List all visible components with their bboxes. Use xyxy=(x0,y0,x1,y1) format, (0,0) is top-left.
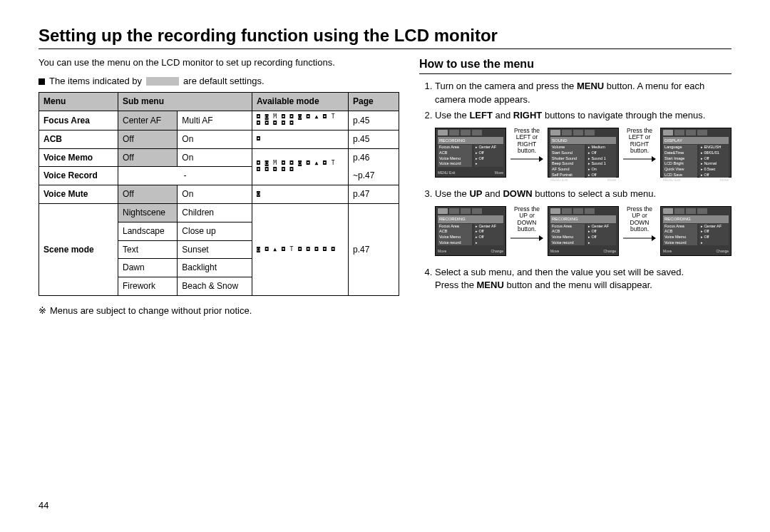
row-vrec-menu: Voice Record xyxy=(39,167,118,185)
scene-r4a: Dawn xyxy=(118,259,178,277)
step-3: Use the UP and DOWN buttons to select a … xyxy=(435,188,732,256)
caption-lr-text-2: Press the LEFT or RIGHT button. xyxy=(627,127,652,154)
right-column: How to use the menu Turn on the camera a… xyxy=(419,56,732,317)
s2a: Use the xyxy=(435,110,469,121)
row-vmute-mode: ◙ xyxy=(252,185,349,204)
row-vmute-sub2: On xyxy=(178,185,252,204)
svg-marker-1 xyxy=(539,156,543,162)
row-vmemo-page: p.46 xyxy=(349,148,399,167)
row-scene-page: p.47 xyxy=(349,203,399,295)
caption-ud-text-1: Press the UP or DOWN button. xyxy=(514,205,540,232)
row-acb-page: p.45 xyxy=(349,130,399,148)
s3b: UP xyxy=(469,188,482,199)
s1b: MENU xyxy=(577,81,604,91)
scene-r2b: Close up xyxy=(178,222,252,240)
mini-sound: SOUNDVolumeMediumStart SoundOffShutter S… xyxy=(548,128,619,178)
row-vmute-menu: Voice Mute xyxy=(39,185,118,204)
mini-rec2b: RECORDINGFocus AreaCenter AFACBOffVoice … xyxy=(548,206,619,256)
arrow-right-icon xyxy=(623,235,656,243)
th-sub: Sub menu xyxy=(118,93,252,111)
s4b: Press the xyxy=(435,280,477,290)
th-menu: Menu xyxy=(39,93,118,111)
row-vmemo-menu: Voice Memo xyxy=(39,148,118,167)
s2e: buttons to navigate through the menus. xyxy=(542,110,705,121)
arrow-right-icon xyxy=(510,235,543,243)
s1a: Turn on the camera and press the xyxy=(435,81,577,91)
screens-row-1: RECORDINGFocus AreaCenter AFACBOffVoice … xyxy=(435,128,732,178)
default-swatch-icon xyxy=(146,77,179,86)
s2c: and xyxy=(493,110,513,121)
row-vmute-page: p.47 xyxy=(349,185,399,204)
row-vmemo-sub1: Off xyxy=(118,148,178,167)
row-focus-sub2: Multi AF xyxy=(178,111,252,131)
row-focus-page: p.45 xyxy=(349,111,399,131)
caption-lr-2: Press the LEFT or RIGHT button. xyxy=(623,128,656,165)
svg-marker-5 xyxy=(539,235,543,241)
row-vmemo-sub2: On xyxy=(178,148,252,167)
scene-r5b: Beach & Snow xyxy=(178,277,252,296)
row-vmemo-mode: ◘ ◙ M ◘ ◘ ◙ ◘ ▲ ◘ T ◘ ◘ ◘ ◘ ◘ xyxy=(252,148,349,185)
mini-recording: RECORDINGFocus AreaCenter AFACBOffVoice … xyxy=(435,128,506,178)
row-focus-mode: ◘ ◙ M ◘ ◘ ◙ ◘ ▲ ◘ T ◘ ◘ ◘ ◘ ◘ xyxy=(252,111,349,131)
row-vrec-page: ~p.47 xyxy=(349,167,399,185)
footnote-text: Menus are subject to change without prio… xyxy=(50,305,252,317)
s3e: buttons to select a sub menu. xyxy=(533,188,656,199)
title-rule xyxy=(38,48,732,49)
scene-r1a: Nightscene xyxy=(118,203,178,222)
svg-marker-7 xyxy=(652,235,656,241)
caption-ud-1: Press the UP or DOWN button. xyxy=(510,206,543,243)
svg-marker-3 xyxy=(652,156,656,162)
s4a: Select a sub menu, and then the value yo… xyxy=(435,267,684,277)
th-mode: Available mode xyxy=(252,93,349,111)
step-2: Use the LEFT and RIGHT buttons to naviga… xyxy=(435,109,732,178)
row-acb-sub2: On xyxy=(178,130,252,148)
screens-row-2: RECORDINGFocus AreaCenter AFACBOffVoice … xyxy=(435,206,732,256)
row-scene-mode: ◙ ◘ ▲ ◘ T ◘ ◘ ◘ ◘ ◘ xyxy=(252,203,349,295)
default-note: The items indicated by are default setti… xyxy=(38,75,399,88)
mini-rec2c: RECORDINGFocus AreaCenter AFACBOffVoice … xyxy=(660,206,732,256)
bullet-square-icon xyxy=(38,78,45,85)
default-note-post: are default settings. xyxy=(183,75,264,88)
row-vmute-sub1: Off xyxy=(118,185,178,204)
s2d: RIGHT xyxy=(513,110,542,121)
arrow-right-icon xyxy=(623,155,656,164)
step-1: Turn on the camera and press the MENU bu… xyxy=(435,80,732,106)
s3a: Use the xyxy=(435,188,469,199)
arrow-right-icon xyxy=(510,155,543,164)
howto-steps: Turn on the camera and press the MENU bu… xyxy=(419,80,732,292)
s2b: LEFT xyxy=(469,110,493,121)
s3d: DOWN xyxy=(503,188,532,199)
scene-r5a: Firework xyxy=(118,277,178,296)
footnote: ※ Menus are subject to change without pr… xyxy=(38,305,399,317)
row-focus-sub1: Center AF xyxy=(118,111,178,131)
intro-text: You can use the menu on the LCD monitor … xyxy=(38,56,399,69)
left-column: You can use the menu on the LCD monitor … xyxy=(38,56,399,317)
s4c: MENU xyxy=(477,280,504,290)
row-acb-sub1: Off xyxy=(118,130,178,148)
menu-table: Menu Sub menu Available mode Page Focus … xyxy=(38,92,399,296)
reference-mark-icon: ※ xyxy=(38,305,46,317)
scene-r3a: Text xyxy=(118,240,178,259)
caption-ud-text-2: Press the UP or DOWN button. xyxy=(627,205,652,232)
row-scene-menu: Scene mode xyxy=(39,203,118,295)
caption-ud-2: Press the UP or DOWN button. xyxy=(623,206,656,243)
mini-rec2a: RECORDINGFocus AreaCenter AFACBOffVoice … xyxy=(435,206,506,256)
s4d: button and the menu will disappear. xyxy=(504,280,652,290)
step-4: Select a sub menu, and then the value yo… xyxy=(435,266,732,292)
page-number: 44 xyxy=(38,500,48,511)
scene-r2a: Landscape xyxy=(118,222,178,240)
default-note-pre: The items indicated by xyxy=(49,75,142,88)
caption-lr-text-1: Press the LEFT or RIGHT button. xyxy=(514,127,540,154)
howto-title: How to use the menu xyxy=(419,56,732,72)
scene-r4b: Backlight xyxy=(178,259,252,277)
row-vrec-sub: - xyxy=(118,167,252,185)
scene-r3b: Sunset xyxy=(178,240,252,259)
row-acb-menu: ACB xyxy=(39,130,118,148)
th-page: Page xyxy=(349,93,399,111)
howto-rule xyxy=(419,73,732,74)
s3c: and xyxy=(482,188,503,199)
page-title: Setting up the recording function using … xyxy=(38,26,732,46)
row-acb-mode: ◘ xyxy=(252,130,349,148)
scene-r1b: Children xyxy=(178,203,252,222)
row-focus-menu: Focus Area xyxy=(39,111,118,131)
